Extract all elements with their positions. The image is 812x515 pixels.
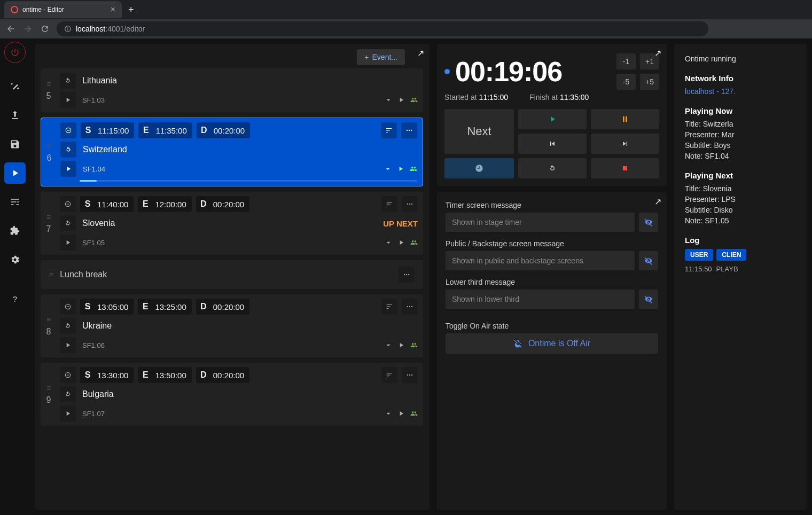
help-icon[interactable]: ? xyxy=(4,288,26,310)
forward-button[interactable] xyxy=(22,24,33,34)
settings-icon[interactable] xyxy=(4,249,26,270)
people-icon[interactable] xyxy=(410,165,417,173)
play-button[interactable] xyxy=(60,161,76,177)
download-icon[interactable] xyxy=(385,96,392,104)
play-icon[interactable] xyxy=(397,410,405,417)
reload-button[interactable] xyxy=(518,158,587,178)
drag-handle-icon[interactable]: ≡ xyxy=(46,80,51,88)
expand-icon[interactable]: ↗ xyxy=(654,197,661,207)
wand-icon[interactable] xyxy=(4,76,26,97)
more-button[interactable] xyxy=(402,196,418,212)
start-time[interactable]: S11:15:00 xyxy=(81,122,134,138)
lower-msg-visibility[interactable] xyxy=(639,290,658,309)
people-icon[interactable] xyxy=(410,239,418,246)
timer-msg-input[interactable] xyxy=(446,213,635,232)
options-button[interactable] xyxy=(381,196,397,212)
reload-button[interactable] xyxy=(60,215,76,231)
log-filter-client[interactable]: CLIEN xyxy=(716,249,746,261)
skip-toggle[interactable] xyxy=(60,196,76,212)
play-icon[interactable] xyxy=(397,239,405,246)
start-time[interactable]: S13:05:00 xyxy=(80,299,134,315)
options-button[interactable] xyxy=(381,299,397,315)
back-button[interactable] xyxy=(5,24,16,34)
add-event-button[interactable]: +Event... xyxy=(357,49,405,65)
minus-5-button[interactable]: -5 xyxy=(616,74,636,90)
drag-handle-icon[interactable]: ≡ xyxy=(46,213,51,221)
stop-button[interactable] xyxy=(591,158,659,178)
drag-handle-icon[interactable]: ≡ xyxy=(46,384,51,392)
roll-button[interactable] xyxy=(444,158,514,178)
event-title[interactable]: Bulgaria xyxy=(80,389,418,399)
play-button[interactable] xyxy=(518,109,587,129)
skip-toggle[interactable] xyxy=(60,367,76,383)
more-button[interactable] xyxy=(401,122,417,138)
reload-button[interactable] xyxy=(60,73,76,89)
people-icon[interactable] xyxy=(410,341,418,349)
play-button[interactable] xyxy=(60,235,76,251)
play-button[interactable] xyxy=(60,337,76,353)
new-tab-button[interactable]: + xyxy=(128,4,134,15)
download-icon[interactable] xyxy=(385,341,392,349)
download-icon[interactable] xyxy=(385,239,392,246)
end-time[interactable]: E13:50:00 xyxy=(138,367,191,383)
play-icon[interactable] xyxy=(397,341,405,349)
network-link[interactable]: localhost - 127. xyxy=(685,87,796,96)
expand-icon[interactable]: ↗ xyxy=(654,48,661,58)
minus-1-button[interactable]: -1 xyxy=(616,53,636,69)
end-time[interactable]: E13:25:00 xyxy=(138,299,191,315)
browser-tab[interactable]: ontime - Editor × xyxy=(4,1,122,18)
drag-handle-icon[interactable]: ≡ xyxy=(49,270,53,279)
skip-button[interactable] xyxy=(591,134,659,154)
more-button[interactable] xyxy=(399,267,415,283)
sliders-icon[interactable] xyxy=(4,191,26,213)
end-time[interactable]: E12:00:00 xyxy=(138,196,191,212)
event-title[interactable]: Slovenia xyxy=(80,219,379,228)
power-button[interactable] xyxy=(4,42,26,63)
more-button[interactable] xyxy=(402,299,418,315)
event-title[interactable]: Lithuania xyxy=(80,76,418,85)
event-title[interactable]: Switzerland xyxy=(81,145,417,154)
drag-handle-icon[interactable]: ≡ xyxy=(47,142,51,150)
play-icon[interactable] xyxy=(397,96,405,104)
event-title[interactable]: Ukraine xyxy=(80,321,418,331)
expand-icon[interactable]: ↗ xyxy=(417,48,424,58)
play-icon[interactable] xyxy=(397,165,404,173)
drag-handle-icon[interactable]: ≡ xyxy=(46,315,51,324)
extension-icon[interactable] xyxy=(4,220,26,241)
start-time[interactable]: S13:30:00 xyxy=(80,367,134,383)
play-view-icon[interactable] xyxy=(4,162,26,184)
prev-button[interactable] xyxy=(518,134,587,154)
public-msg-input[interactable] xyxy=(446,251,635,270)
plus-5-button[interactable]: +5 xyxy=(640,74,659,90)
upload-icon[interactable] xyxy=(4,105,26,126)
play-button[interactable] xyxy=(60,92,76,108)
close-tab-icon[interactable]: × xyxy=(111,5,115,14)
duration[interactable]: D00:20:00 xyxy=(196,299,249,315)
next-button[interactable]: Next xyxy=(444,109,514,154)
log-filter-user[interactable]: USER xyxy=(685,249,713,261)
public-msg-visibility[interactable] xyxy=(639,251,658,270)
options-button[interactable] xyxy=(381,122,397,138)
save-icon[interactable] xyxy=(4,134,26,155)
lower-msg-input[interactable] xyxy=(446,290,635,309)
people-icon[interactable] xyxy=(410,410,418,417)
onair-toggle[interactable]: Ontime is Off Air xyxy=(446,333,658,354)
people-icon[interactable] xyxy=(410,96,418,104)
more-button[interactable] xyxy=(402,367,418,383)
duration[interactable]: D00:20:00 xyxy=(196,367,249,383)
end-time[interactable]: E11:35:00 xyxy=(138,122,192,138)
reload-button[interactable] xyxy=(40,24,50,34)
address-bar[interactable]: localhost:4001/editor xyxy=(57,21,708,36)
timer-msg-visibility[interactable] xyxy=(639,213,658,232)
play-button[interactable] xyxy=(60,405,76,422)
start-time[interactable]: S11:40:00 xyxy=(80,196,134,212)
download-icon[interactable] xyxy=(384,165,392,173)
duration[interactable]: D00:20:00 xyxy=(197,122,250,138)
reload-button[interactable] xyxy=(60,318,76,334)
download-icon[interactable] xyxy=(385,410,392,417)
skip-toggle[interactable] xyxy=(60,122,76,138)
reload-button[interactable] xyxy=(60,386,76,402)
skip-toggle[interactable] xyxy=(60,299,76,315)
options-button[interactable] xyxy=(381,367,397,383)
pause-button[interactable] xyxy=(591,109,659,129)
